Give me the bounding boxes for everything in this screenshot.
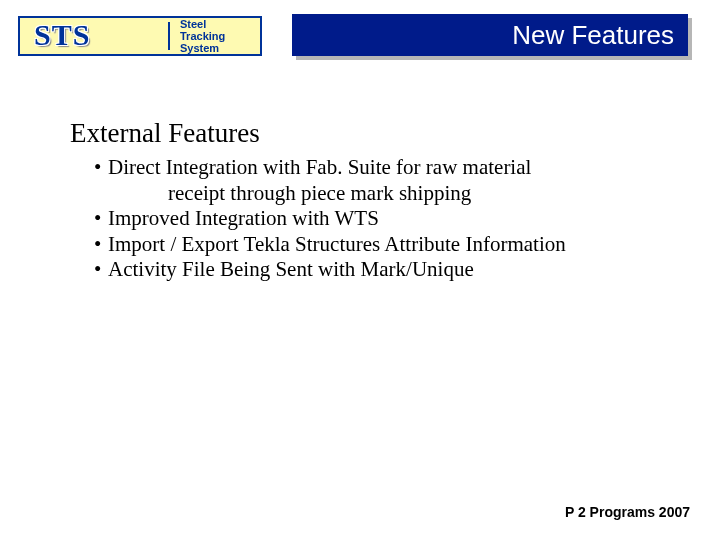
- title-bar: New Features: [292, 14, 688, 56]
- content-area: External Features Direct Integration wit…: [70, 118, 660, 283]
- section-heading: External Features: [70, 118, 660, 149]
- slide-title: New Features: [512, 20, 674, 51]
- list-item: Improved Integration with WTS: [94, 206, 660, 232]
- logo-divider: [168, 22, 170, 50]
- list-item: Activity File Being Sent with Mark/Uniqu…: [94, 257, 660, 283]
- logo-subtitle: Steel Tracking System: [180, 18, 225, 54]
- bullet-text: Improved Integration with WTS: [108, 206, 379, 230]
- bullet-text: Activity File Being Sent with Mark/Uniqu…: [108, 257, 474, 281]
- header: STS Steel Tracking System New Features: [18, 14, 690, 66]
- bullet-text: Direct Integration with Fab. Suite for r…: [108, 155, 531, 179]
- logo-badge: STS Steel Tracking System: [18, 16, 262, 56]
- bullet-list: Direct Integration with Fab. Suite for r…: [70, 155, 660, 283]
- list-item: Import / Export Tekla Structures Attribu…: [94, 232, 660, 258]
- bullet-text-cont: receipt through piece mark shipping: [108, 181, 660, 207]
- logo-abbr: STS: [34, 18, 90, 52]
- footer-text: P 2 Programs 2007: [565, 504, 690, 520]
- bullet-text: Import / Export Tekla Structures Attribu…: [108, 232, 566, 256]
- list-item: Direct Integration with Fab. Suite for r…: [94, 155, 660, 206]
